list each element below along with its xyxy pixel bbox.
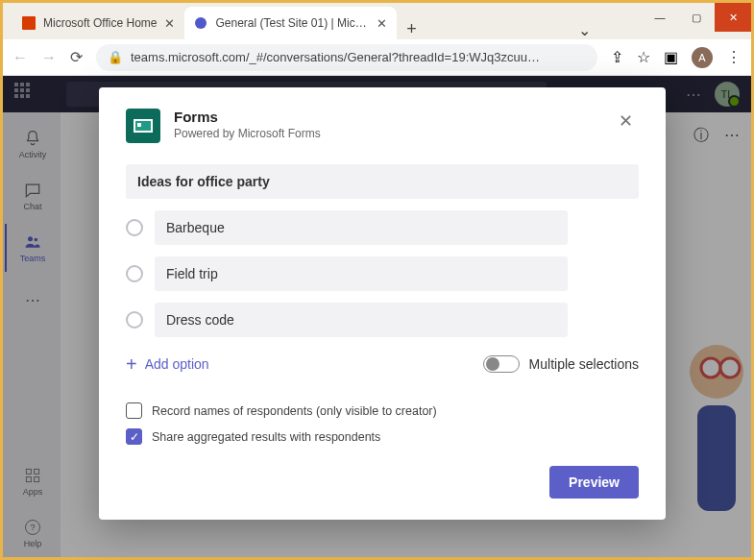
record-names-checkbox[interactable]: Record names of respondents (only visibl… <box>126 402 639 419</box>
svg-rect-0 <box>22 16 36 30</box>
option-input[interactable] <box>155 210 568 245</box>
toggle-icon <box>483 355 520 373</box>
minimize-button[interactable]: — <box>642 3 678 32</box>
close-button[interactable]: ✕ <box>715 3 751 32</box>
extensions-icon[interactable]: ▣ <box>664 48 678 66</box>
settings-checks: Record names of respondents (only visibl… <box>126 402 639 445</box>
share-results-checkbox[interactable]: ✓ Share aggregated results with responde… <box>126 428 639 445</box>
browser-tabs: Microsoft Office Home ✕ General (Test Si… <box>3 3 642 39</box>
radio-icon <box>126 265 143 282</box>
options-footer: + Add option Multiple selections <box>126 354 639 374</box>
browser-window: Microsoft Office Home ✕ General (Test Si… <box>3 3 751 557</box>
teams-app: ⋯ TL Activity Chat Teams ⋯ <box>3 76 751 557</box>
toolbar-icons: ⇪ ☆ ▣ A ⋮ <box>611 47 742 68</box>
options-list <box>126 210 639 337</box>
option-row <box>126 210 639 245</box>
modal-title: Forms <box>174 109 321 125</box>
new-tab-button[interactable]: + <box>397 19 426 39</box>
office-icon <box>22 16 36 30</box>
kebab-icon[interactable]: ⋮ <box>726 48 742 66</box>
profile-avatar[interactable]: A <box>692 47 713 68</box>
chevron-down-icon[interactable]: ⌄ <box>570 21 598 39</box>
option-input[interactable] <box>155 256 568 291</box>
checkbox-icon <box>126 402 142 419</box>
maximize-button[interactable]: ▢ <box>678 3 715 32</box>
modal-header: Forms Powered by Microsoft Forms ✕ <box>126 109 639 143</box>
close-icon[interactable]: ✕ <box>613 109 639 134</box>
option-input[interactable] <box>155 303 568 337</box>
reload-icon[interactable]: ⟳ <box>70 48 83 66</box>
share-icon[interactable]: ⇪ <box>611 48 623 66</box>
modal-subtitle: Powered by Microsoft Forms <box>174 127 321 140</box>
radio-icon <box>126 219 143 236</box>
question-title-input[interactable]: Ideas for office party <box>126 164 639 199</box>
address-bar: ← → ⟳ 🔒 teams.microsoft.com/_#/conversat… <box>3 39 751 76</box>
close-icon[interactable]: ✕ <box>377 16 387 31</box>
option-row <box>126 303 639 337</box>
forms-app-icon <box>126 109 160 143</box>
window-controls: — ▢ ✕ <box>642 3 751 39</box>
multiple-label: Multiple selections <box>529 356 639 372</box>
svg-point-1 <box>195 17 207 29</box>
forms-modal: Forms Powered by Microsoft Forms ✕ Ideas… <box>99 87 666 520</box>
forward-icon[interactable]: → <box>41 49 57 66</box>
checkbox-label: Record names of respondents (only visibl… <box>152 404 437 418</box>
checkbox-label: Share aggregated results with respondent… <box>152 430 380 444</box>
checkbox-icon: ✓ <box>126 428 142 445</box>
modal-footer: Preview <box>126 466 639 499</box>
option-row <box>126 256 639 291</box>
lock-icon: 🔒 <box>108 50 123 64</box>
add-option-label: Add option <box>145 356 209 372</box>
star-icon[interactable]: ☆ <box>637 48 650 66</box>
close-icon[interactable]: ✕ <box>164 16 175 31</box>
teams-icon <box>194 16 207 30</box>
radio-icon <box>126 311 143 329</box>
browser-tab-teams[interactable]: General (Test Site 01) | Microsoft ✕ <box>184 7 397 39</box>
browser-tab-office[interactable]: Microsoft Office Home ✕ <box>12 7 184 39</box>
plus-icon: + <box>126 354 137 374</box>
url-field[interactable]: 🔒 teams.microsoft.com/_#/conversations/G… <box>96 44 597 71</box>
tab-title: General (Test Site 01) | Microsoft <box>215 16 369 30</box>
add-option-button[interactable]: + Add option <box>126 354 209 374</box>
back-icon[interactable]: ← <box>12 49 28 66</box>
tab-title: Microsoft Office Home <box>43 16 157 30</box>
browser-titlebar: Microsoft Office Home ✕ General (Test Si… <box>3 3 751 39</box>
multiple-selections-toggle[interactable]: Multiple selections <box>483 355 639 373</box>
preview-button[interactable]: Preview <box>549 466 639 499</box>
url-text: teams.microsoft.com/_#/conversations/Gen… <box>131 50 540 64</box>
